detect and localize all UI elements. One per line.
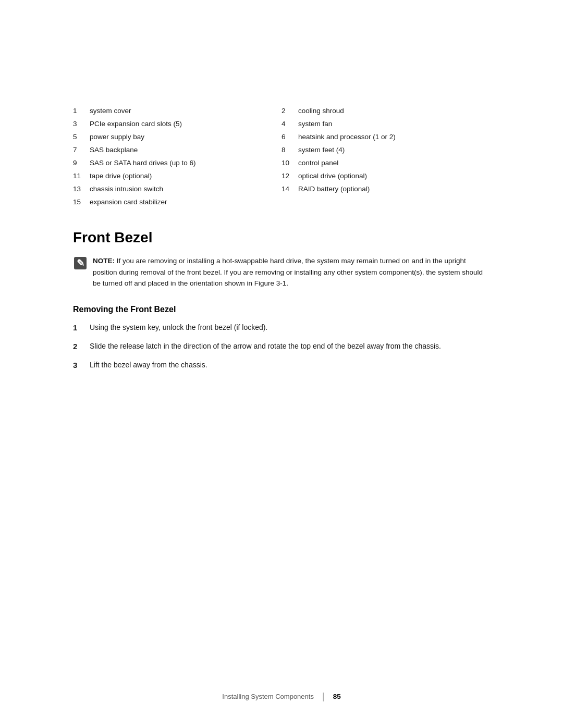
svg-text:✎: ✎: [77, 258, 84, 268]
part-num: 7: [73, 146, 90, 154]
parts-cell-left: 15expansion card stabilizer: [73, 195, 282, 208]
parts-cell-right: [282, 195, 490, 208]
step-number: 2: [73, 340, 88, 353]
part-num: 9: [73, 159, 90, 167]
footer-page: 85: [333, 693, 341, 700]
note-box: ✎ NOTE: If you are removing or installin…: [73, 255, 490, 289]
part-label: system fan: [298, 120, 332, 128]
part-num: 12: [282, 172, 298, 180]
part-num: 6: [282, 133, 298, 141]
part-label: power supply bay: [90, 133, 144, 141]
part-num: 2: [282, 107, 298, 115]
step-text: Using the system key, unlock the front b…: [90, 322, 267, 333]
part-num: 5: [73, 133, 90, 141]
section-title: Front Bezel: [73, 229, 490, 246]
note-body: If you are removing or installing a hot-…: [93, 257, 483, 287]
step-text: Lift the bezel away from the chassis.: [90, 359, 207, 371]
parts-cell-left: 5power supply bay: [73, 130, 282, 143]
parts-cell-right: 6heatsink and processor (1 or 2): [282, 130, 490, 143]
part-num: 15: [73, 198, 90, 206]
part-label: expansion card stabilizer: [90, 198, 167, 206]
part-label: optical drive (optional): [298, 172, 367, 180]
part-label: heatsink and processor (1 or 2): [298, 133, 396, 141]
parts-cell-left: 7SAS backplane: [73, 143, 282, 156]
parts-table: 1system cover2cooling shroud3PCIe expans…: [73, 104, 490, 208]
footer-label: Installing System Components: [222, 693, 314, 700]
part-num: 8: [282, 146, 298, 154]
parts-cell-right: 4system fan: [282, 117, 490, 130]
parts-cell-left: 1system cover: [73, 104, 282, 117]
part-label: SAS or SATA hard drives (up to 6): [90, 159, 196, 167]
part-num: 3: [73, 120, 90, 128]
part-label: control panel: [298, 159, 338, 167]
parts-cell-right: 8system feet (4): [282, 143, 490, 156]
part-num: 11: [73, 172, 90, 180]
parts-cell-left: 11tape drive (optional): [73, 169, 282, 182]
part-num: 10: [282, 159, 298, 167]
part-label: SAS backplane: [90, 146, 138, 154]
part-num: 4: [282, 120, 298, 128]
part-label: chassis intrusion switch: [90, 185, 163, 193]
footer-divider: |: [322, 691, 325, 702]
step-number: 1: [73, 322, 88, 334]
parts-cell-right: 10control panel: [282, 156, 490, 169]
step-text: Slide the release latch in the direction…: [90, 340, 441, 352]
part-label: tape drive (optional): [90, 172, 152, 180]
subsection-title: Removing the Front Bezel: [73, 305, 490, 314]
part-label: system feet (4): [298, 146, 345, 154]
footer: Installing System Components | 85: [0, 691, 563, 702]
parts-cell-left: 3PCIe expansion card slots (5): [73, 117, 282, 130]
parts-cell-right: 12optical drive (optional): [282, 169, 490, 182]
part-num: 13: [73, 185, 90, 193]
parts-cell-left: 13chassis intrusion switch: [73, 182, 282, 195]
note-label: NOTE:: [93, 257, 115, 265]
parts-cell-right: 2cooling shroud: [282, 104, 490, 117]
note-icon: ✎: [73, 256, 88, 270]
part-label: system cover: [90, 107, 131, 115]
list-item: 2Slide the release latch in the directio…: [73, 340, 490, 353]
step-number: 3: [73, 359, 88, 372]
part-label: RAID battery (optional): [298, 185, 370, 193]
part-num: 1: [73, 107, 90, 115]
list-item: 1Using the system key, unlock the front …: [73, 322, 490, 334]
parts-cell-right: 14RAID battery (optional): [282, 182, 490, 195]
steps-list: 1Using the system key, unlock the front …: [73, 322, 490, 372]
list-item: 3Lift the bezel away from the chassis.: [73, 359, 490, 372]
part-label: PCIe expansion card slots (5): [90, 120, 182, 128]
note-text: NOTE: If you are removing or installing …: [93, 255, 490, 289]
page-content: 1system cover2cooling shroud3PCIe expans…: [0, 0, 563, 419]
part-label: cooling shroud: [298, 107, 344, 115]
parts-cell-left: 9SAS or SATA hard drives (up to 6): [73, 156, 282, 169]
part-num: 14: [282, 185, 298, 193]
